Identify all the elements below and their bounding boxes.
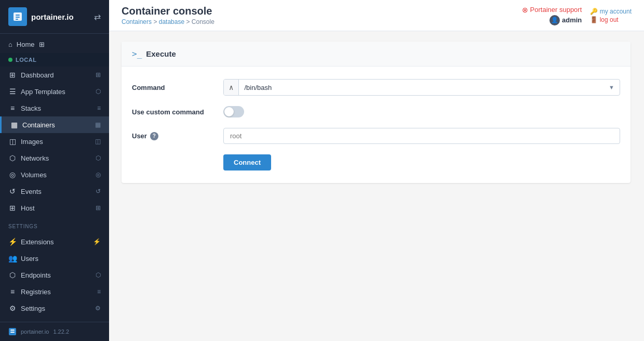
custom-command-toggle[interactable] xyxy=(223,106,244,117)
footer-logo-icon xyxy=(8,327,17,336)
breadcrumb: Containers > database > Console xyxy=(122,18,214,25)
sidebar-item-images[interactable]: ◫ Images ◫ xyxy=(0,133,109,150)
settings-right-icon: ⚙ xyxy=(95,305,101,312)
breadcrumb-console: Console xyxy=(192,18,214,25)
dashboard-icon: ⊞ xyxy=(8,71,17,79)
registries-label: Registries xyxy=(21,288,93,296)
portainer-support-link[interactable]: ⊗ Portainer support xyxy=(522,6,582,14)
main-content: Container console Containers > database … xyxy=(109,0,644,341)
command-label: Command xyxy=(132,84,215,91)
extensions-icon: ⚡ xyxy=(8,238,17,246)
home-right-icon: ⊞ xyxy=(39,41,45,48)
settings-section-title: SETTINGS xyxy=(0,218,109,231)
sidebar-item-stacks[interactable]: ≡ Stacks ≡ xyxy=(0,100,109,116)
log-out-link[interactable]: 🚪 log out xyxy=(590,16,618,23)
sidebar-footer: portainer.io 1.22.2 xyxy=(0,322,109,341)
admin-label: admin xyxy=(562,16,582,24)
dashboard-right-icon: ⊞ xyxy=(96,71,101,78)
user-row: User ? xyxy=(132,128,620,144)
user-input[interactable] xyxy=(223,128,620,144)
networks-icon: ⬡ xyxy=(8,154,17,162)
execute-header: >_ Execute xyxy=(122,42,630,67)
breadcrumb-containers[interactable]: Containers xyxy=(122,18,152,25)
sidebar-item-settings[interactable]: ⚙ Settings ⚙ xyxy=(0,300,109,317)
command-input-wrap: ∧ /bin/bash /bin/sh /bin/ash ▼ xyxy=(223,79,620,96)
volumes-right-icon: ◎ xyxy=(96,171,101,178)
content-area: >_ Execute Command ∧ /bin/bash /bin/sh /… xyxy=(109,31,644,341)
stacks-label: Stacks xyxy=(21,104,93,112)
sidebar-item-events[interactable]: ↺ Events ↺ xyxy=(0,183,109,200)
transfer-icon[interactable]: ⇄ xyxy=(94,12,101,22)
command-prefix-icon: ∧ xyxy=(224,80,239,95)
sidebar-item-host[interactable]: ⊞ Host ⊞ xyxy=(0,200,109,216)
settings-label: Settings xyxy=(21,305,91,312)
sidebar-item-networks[interactable]: ⬡ Networks ⬡ xyxy=(0,150,109,166)
registries-icon: ≡ xyxy=(8,287,17,296)
env-header: LOCAL xyxy=(0,53,109,67)
execute-body: Command ∧ /bin/bash /bin/sh /bin/ash ▼ xyxy=(122,67,630,183)
endpoints-right-icon: ⬡ xyxy=(96,271,101,279)
toggle-knob xyxy=(224,107,234,116)
sidebar-item-users[interactable]: 👥 Users xyxy=(0,250,109,267)
sidebar-item-extensions[interactable]: ⚡ Extensions ⚡ xyxy=(0,233,109,250)
images-icon: ◫ xyxy=(8,137,17,146)
events-right-icon: ↺ xyxy=(96,188,101,195)
custom-command-control xyxy=(223,106,620,117)
users-label: Users xyxy=(21,255,97,263)
sidebar-item-containers[interactable]: ▦ Containers ▦ xyxy=(0,116,109,133)
topbar: Container console Containers > database … xyxy=(109,0,644,31)
sidebar-logo: portainer.io ⇄ xyxy=(0,0,109,34)
dashboard-label: Dashboard xyxy=(21,71,91,79)
networks-right-icon: ⬡ xyxy=(96,154,101,162)
page-title: Container console xyxy=(122,5,214,17)
sidebar-item-home[interactable]: ⌂ Home ⊞ xyxy=(0,36,109,53)
app-templates-label: App Templates xyxy=(21,88,91,96)
svg-rect-6 xyxy=(10,332,15,333)
user-label: User ? xyxy=(132,132,215,140)
sidebar-item-dashboard[interactable]: ⊞ Dashboard ⊞ xyxy=(0,67,109,83)
breadcrumb-database[interactable]: database xyxy=(159,18,184,25)
admin-links: 🔑 my account 🚪 log out xyxy=(590,8,632,23)
sidebar-item-app-templates[interactable]: ☰ App Templates ⬡ xyxy=(0,83,109,100)
extensions-label: Extensions xyxy=(21,238,89,246)
networks-label: Networks xyxy=(21,154,91,162)
users-icon: 👥 xyxy=(8,254,17,263)
sidebar-item-endpoints[interactable]: ⬡ Endpoints ⬡ xyxy=(0,267,109,283)
account-icon: 🔑 xyxy=(590,8,599,15)
admin-avatar: 👤 xyxy=(549,15,560,25)
app-name: portainer.io xyxy=(31,12,74,21)
endpoints-label: Endpoints xyxy=(21,271,91,279)
sidebar-item-volumes[interactable]: ◎ Volumes ◎ xyxy=(0,166,109,183)
svg-rect-2 xyxy=(16,17,20,18)
execute-card: >_ Execute Command ∧ /bin/bash /bin/sh /… xyxy=(122,42,630,183)
my-account-link[interactable]: 🔑 my account xyxy=(590,8,632,15)
registries-right-icon: ≡ xyxy=(97,288,101,295)
topbar-left: Container console Containers > database … xyxy=(122,5,214,25)
env-label: LOCAL xyxy=(16,57,36,63)
connect-button[interactable]: Connect xyxy=(223,154,271,170)
app-templates-icon: ☰ xyxy=(8,87,17,96)
images-label: Images xyxy=(21,138,91,146)
svg-rect-5 xyxy=(10,330,15,331)
svg-rect-1 xyxy=(16,15,20,16)
sidebar-nav-top: ⌂ Home ⊞ LOCAL ⊞ Dashboard ⊞ ☰ App Templ… xyxy=(0,34,109,218)
containers-icon: ▦ xyxy=(10,121,18,129)
stacks-icon: ≡ xyxy=(8,104,17,112)
footer-app-name: portainer.io xyxy=(21,329,49,335)
command-select[interactable]: /bin/bash /bin/sh /bin/ash xyxy=(239,80,603,95)
support-label: Portainer support xyxy=(530,6,582,14)
execute-section-title: Execute xyxy=(146,49,176,58)
env-status-dot xyxy=(8,58,12,62)
settings-icon: ⚙ xyxy=(8,304,17,312)
events-icon: ↺ xyxy=(8,187,17,195)
host-icon: ⊞ xyxy=(8,204,17,212)
portainer-logo-icon xyxy=(8,7,27,26)
images-right-icon: ◫ xyxy=(95,138,101,145)
containers-right-icon: ▦ xyxy=(95,121,101,128)
sidebar-item-registries[interactable]: ≡ Registries ≡ xyxy=(0,283,109,300)
connect-button-row: Connect xyxy=(132,154,620,170)
svg-rect-3 xyxy=(16,19,18,20)
host-label: Host xyxy=(21,204,91,212)
command-row: Command ∧ /bin/bash /bin/sh /bin/ash ▼ xyxy=(132,79,620,96)
user-help-icon[interactable]: ? xyxy=(150,132,158,140)
